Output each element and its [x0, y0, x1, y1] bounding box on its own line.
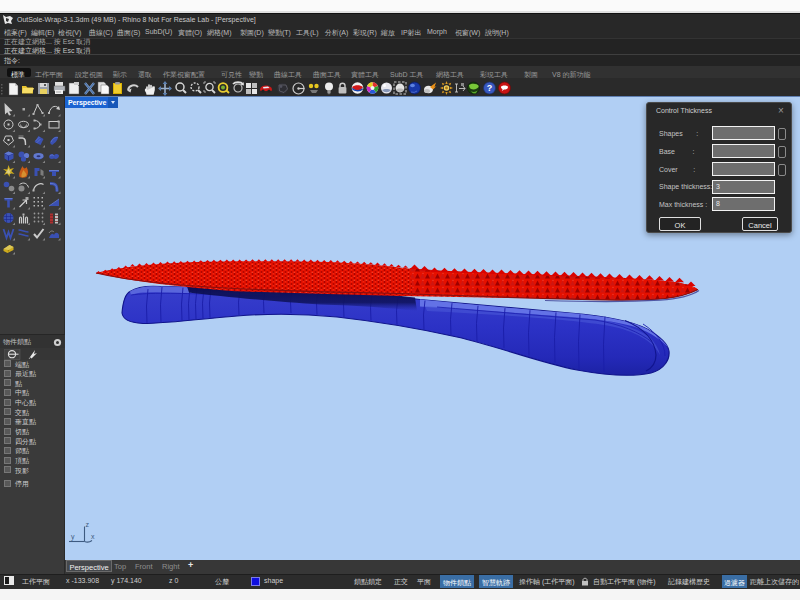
- svg-text:z: z: [86, 521, 90, 528]
- svg-text:y: y: [71, 533, 75, 541]
- svg-text:?: ?: [487, 83, 493, 93]
- svg-text:x: x: [91, 533, 95, 540]
